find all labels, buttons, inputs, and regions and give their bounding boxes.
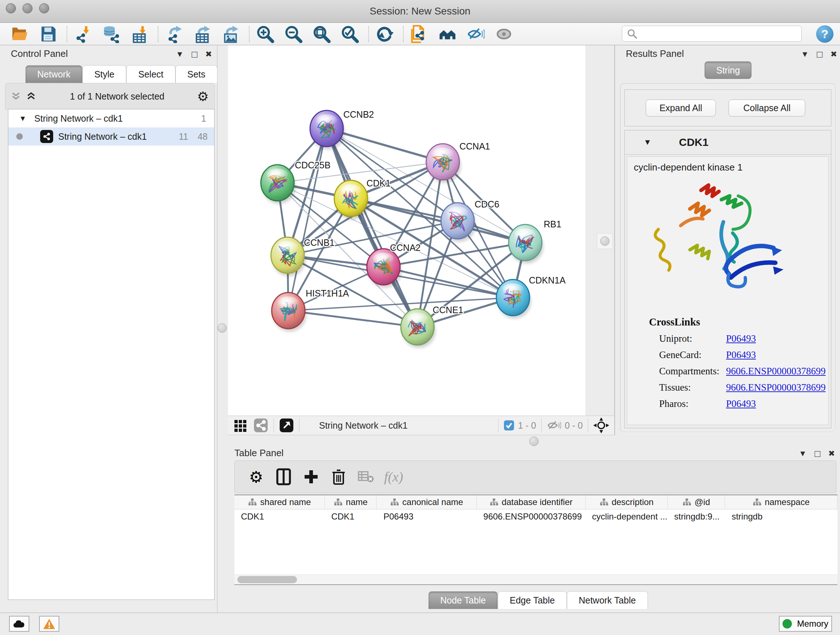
delete-column-button[interactable] xyxy=(328,466,349,488)
expand-all-button[interactable]: Expand All xyxy=(646,100,716,117)
cloud-status-button[interactable] xyxy=(9,616,29,632)
collapse-all-icon[interactable] xyxy=(10,90,22,103)
hidden-count: 0 - 0 xyxy=(565,420,583,431)
network-node-CDC25B[interactable] xyxy=(261,165,294,201)
network-row[interactable]: String Network – cdk1 11 48 xyxy=(8,127,214,146)
table-panel-menu-icon[interactable]: ▼ xyxy=(799,450,807,458)
protein-section-header[interactable]: ▼ CDK1 xyxy=(625,130,831,155)
memory-button[interactable]: Memory xyxy=(779,616,832,632)
tab-network-table[interactable]: Network Table xyxy=(567,591,648,609)
collection-expand-icon[interactable]: ▼ xyxy=(19,114,27,123)
network-node-CDKN1A[interactable] xyxy=(496,279,530,316)
crosslink-link[interactable]: P06493 xyxy=(726,349,756,361)
column-header-database-identifier[interactable]: database identifier xyxy=(477,495,586,509)
search-field[interactable] xyxy=(622,26,802,42)
column-header-shared-name[interactable]: shared name xyxy=(234,495,325,509)
table-options-button[interactable]: ⚙ xyxy=(246,466,267,488)
crosslink-link[interactable]: P06493 xyxy=(726,398,756,409)
network-options-gear-icon[interactable]: ⚙ xyxy=(197,89,209,104)
selected-checkbox-icon[interactable] xyxy=(504,420,515,431)
table-hscrollbar[interactable] xyxy=(234,575,837,584)
create-column-button[interactable] xyxy=(301,466,322,488)
clear-table-button[interactable] xyxy=(355,466,377,488)
network-node-CCNE1[interactable] xyxy=(401,309,434,345)
string-network-badge-icon xyxy=(40,130,53,143)
results-panel-float-icon[interactable]: □ xyxy=(817,50,823,59)
new-network-from-selection-button[interactable] xyxy=(409,24,430,44)
network-node-CCNA2[interactable] xyxy=(367,249,400,285)
birdseye-grid-icon[interactable] xyxy=(233,418,248,433)
string-view-icon[interactable] xyxy=(253,418,268,433)
table-hscrollbar-thumb[interactable] xyxy=(237,576,297,583)
network-edge[interactable] xyxy=(288,310,417,327)
fit-selected-crosshair-icon[interactable] xyxy=(593,417,609,433)
control-panel-close-icon[interactable]: ✖ xyxy=(205,50,212,58)
node-label-HIST1H1A: HIST1H1A xyxy=(306,288,349,298)
show-all-button[interactable] xyxy=(493,24,515,44)
export-table-button[interactable] xyxy=(192,24,213,44)
column-header-description[interactable]: description xyxy=(586,495,668,509)
column-header-canonical-name[interactable]: canonical name xyxy=(377,495,477,509)
right-splitter[interactable] xyxy=(597,233,613,249)
collapse-all-button[interactable]: Collapse All xyxy=(729,100,805,117)
zoom-out-button[interactable] xyxy=(283,24,304,44)
network-node-CDK1[interactable] xyxy=(334,180,368,217)
results-panel-menu-icon[interactable]: ▼ xyxy=(801,50,809,58)
help-button[interactable]: ? xyxy=(816,25,834,43)
table-row[interactable]: CDK1CDK1P064939606.ENSP00000378699cyclin… xyxy=(234,509,837,524)
tab-network[interactable]: Network xyxy=(25,65,82,83)
right-splitter-handle[interactable] xyxy=(600,236,609,246)
open-session-button[interactable] xyxy=(9,24,30,44)
crosslink-link[interactable]: 9606.ENSP00000378699 xyxy=(726,382,826,393)
import-network-from-file-button[interactable] xyxy=(73,24,93,44)
tab-node-table[interactable]: Node Table xyxy=(428,591,498,609)
network-node-CCNB1[interactable] xyxy=(271,237,304,273)
results-panel-close-icon[interactable]: ✖ xyxy=(831,50,837,58)
hidden-eye-icon[interactable] xyxy=(546,419,561,432)
network-collection-row[interactable]: ▼ String Network – cdk1 1 xyxy=(8,109,214,127)
first-neighbors-button[interactable] xyxy=(437,24,458,44)
show-columns-button[interactable] xyxy=(273,466,294,488)
clear-table-icon xyxy=(358,470,374,484)
export-network-button[interactable] xyxy=(164,24,185,44)
column-header-namespace[interactable]: namespace xyxy=(725,495,837,509)
table-panel-float-icon[interactable]: □ xyxy=(815,449,821,458)
crosslink-link[interactable]: P06493 xyxy=(726,333,756,344)
network-edge[interactable] xyxy=(288,128,327,310)
import-network-from-database-button[interactable] xyxy=(101,24,122,44)
import-table-from-file-button[interactable] xyxy=(129,24,150,44)
network-node-CDC6[interactable] xyxy=(441,203,474,239)
function-builder-button[interactable]: f(x) xyxy=(383,466,404,488)
open-in-window-icon[interactable] xyxy=(279,418,294,433)
warnings-button[interactable] xyxy=(39,616,59,632)
network-node-CCNB2[interactable] xyxy=(310,111,343,147)
refresh-layout-button[interactable] xyxy=(374,24,395,44)
control-panel-float-icon[interactable]: □ xyxy=(192,50,197,59)
hide-selected-button[interactable] xyxy=(465,24,486,44)
save-session-button[interactable] xyxy=(38,24,58,44)
network-canvas[interactable]: CCNB2CCNA1CDC25BCDK1CDC6RB1CCNB1CCNA2CDK… xyxy=(228,45,585,416)
protein-collapse-icon[interactable]: ▼ xyxy=(644,138,652,147)
table-panel-close-icon[interactable]: ✖ xyxy=(829,450,835,458)
tab-string[interactable]: String xyxy=(704,61,752,79)
column-header-name[interactable]: name xyxy=(325,495,377,509)
tab-style[interactable]: Style xyxy=(82,65,126,83)
control-panel-menu-icon[interactable]: ▼ xyxy=(176,50,184,58)
zoom-in-button[interactable] xyxy=(255,24,276,44)
horizontal-splitter-handle[interactable] xyxy=(529,437,538,446)
network-node-HIST1H1A[interactable] xyxy=(272,293,305,329)
search-input[interactable] xyxy=(641,28,801,39)
left-splitter-handle[interactable] xyxy=(218,323,227,333)
network-node-RB1[interactable] xyxy=(508,225,542,261)
zoom-selected-button[interactable] xyxy=(339,24,360,44)
export-image-button[interactable] xyxy=(220,24,241,44)
tab-edge-table[interactable]: Edge Table xyxy=(498,591,567,609)
network-node-CCNA1[interactable] xyxy=(426,144,459,180)
column-header-@id[interactable]: @id xyxy=(668,495,725,509)
expand-all-icon[interactable] xyxy=(25,90,37,103)
tab-sets[interactable]: Sets xyxy=(175,65,218,83)
crosslink-link[interactable]: 9606.ENSP00000378699 xyxy=(726,366,826,377)
tab-select[interactable]: Select xyxy=(126,65,175,83)
selection-status: 1 of 1 Network selected xyxy=(37,91,197,102)
zoom-fit-button[interactable] xyxy=(311,24,332,44)
